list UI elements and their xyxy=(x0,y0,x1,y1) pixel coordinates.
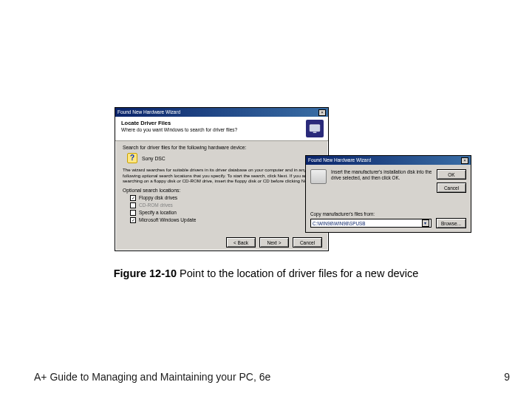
opt-specify[interactable]: Specify a location xyxy=(130,209,321,216)
opt-windows-update[interactable]: ✓ Microsoft Windows Update xyxy=(130,216,321,224)
screenshot-composite: Found New Hardware Wizard × Locate Drive… xyxy=(115,107,484,251)
dlg1-title: Found New Hardware Wizard xyxy=(117,108,180,117)
unknown-device-icon xyxy=(127,153,137,163)
dlg1-header: Locate Driver Files Where do you want Wi… xyxy=(115,117,328,141)
svg-rect-0 xyxy=(310,125,320,132)
opt-label: Specify a location xyxy=(139,209,177,216)
insert-disk-dialog: Found New Hardware Wizard × Insert the m… xyxy=(305,155,471,233)
dlg2-message: Insert the manufacturer's installation d… xyxy=(331,169,432,181)
browse-button[interactable]: Browse... xyxy=(436,218,466,228)
dlg1-paragraph: The wizard searches for suitable drivers… xyxy=(123,167,321,184)
figure-number: Figure 12-10 xyxy=(114,267,177,279)
cancel-button[interactable]: Cancel xyxy=(293,237,322,248)
locate-driver-files-dialog: Found New Hardware Wizard × Locate Drive… xyxy=(115,107,329,251)
slide-footer: A+ Guide to Managing and Maintaining you… xyxy=(34,371,510,383)
dlg1-titlebar: Found New Hardware Wizard × xyxy=(115,108,328,117)
copy-from-label: Copy manufacturer's files from: xyxy=(310,211,466,216)
close-icon[interactable]: × xyxy=(461,157,468,164)
path-combobox[interactable]: C:\WIN98\WIN98\SPUSB ▾ xyxy=(310,219,432,228)
opt-label: Microsoft Windows Update xyxy=(139,216,196,224)
floppy-disk-icon xyxy=(310,169,327,184)
dlg1-header-title: Locate Driver Files xyxy=(121,120,301,126)
device-row: Sony DSC xyxy=(127,153,321,163)
checkbox-icon[interactable] xyxy=(130,202,136,208)
opt-floppy[interactable]: ✓ Floppy disk drives xyxy=(130,194,321,202)
dlg1-body: Search for driver files for the followin… xyxy=(115,141,328,224)
footer-book-title: A+ Guide to Managing and Maintaining you… xyxy=(34,371,270,383)
options-label: Optional search locations: xyxy=(123,188,321,193)
wizard-icon xyxy=(306,120,324,137)
slide: Found New Hardware Wizard × Locate Drive… xyxy=(0,0,532,399)
opt-label: Floppy disk drives xyxy=(139,194,177,202)
cancel-button[interactable]: Cancel xyxy=(437,183,466,193)
checkbox-icon[interactable] xyxy=(130,210,136,216)
opt-cdrom[interactable]: CD-ROM drives xyxy=(130,202,321,209)
back-button[interactable]: < Back xyxy=(226,237,256,248)
dlg2-bottom: Copy manufacturer's files from: C:\WIN98… xyxy=(310,211,466,228)
dlg1-lead: Search for driver files for the followin… xyxy=(123,145,321,150)
checkbox-icon[interactable]: ✓ xyxy=(130,195,136,201)
ok-button[interactable]: OK xyxy=(437,169,466,180)
checkbox-icon[interactable]: ✓ xyxy=(130,217,136,223)
next-button[interactable]: Next > xyxy=(259,237,289,248)
svg-rect-1 xyxy=(313,132,317,134)
dlg2-title: Found New Hardware Wizard xyxy=(308,156,371,165)
path-value: C:\WIN98\WIN98\SPUSB xyxy=(313,221,365,226)
dlg1-footer: < Back Next > Cancel xyxy=(226,237,322,248)
dlg1-header-sub: Where do you want Windows to search for … xyxy=(121,127,301,132)
options-group: ✓ Floppy disk drives CD-ROM drives Speci… xyxy=(123,194,321,224)
figure-text: Point to the location of driver files fo… xyxy=(177,267,418,279)
opt-label: CD-ROM drives xyxy=(139,202,173,209)
footer-page-number: 9 xyxy=(504,371,510,383)
close-icon[interactable]: × xyxy=(318,109,326,116)
dlg2-top: Insert the manufacturer's installation d… xyxy=(306,165,471,196)
chevron-down-icon[interactable]: ▾ xyxy=(422,219,429,227)
figure-caption: Figure 12-10 Point to the location of dr… xyxy=(0,267,532,279)
dlg2-titlebar: Found New Hardware Wizard × xyxy=(306,156,471,165)
device-name: Sony DSC xyxy=(142,156,166,161)
